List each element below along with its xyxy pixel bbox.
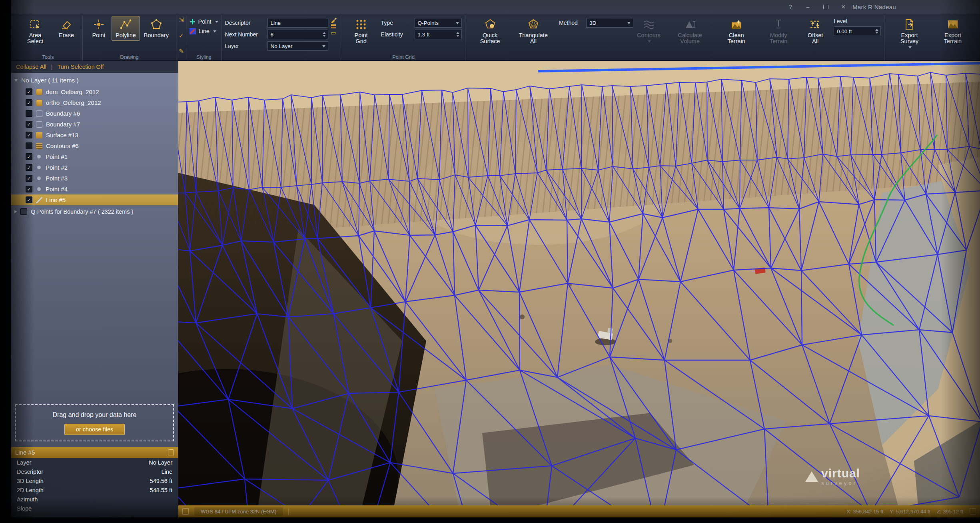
ribbon-toolbar: Area Select Erase Tools Point [11,14,980,61]
layer-group-header[interactable]: No Layer ( 11 items ) [11,74,178,86]
point-button[interactable]: Point [86,16,112,41]
layer-item[interactable]: Boundary #7 [11,119,178,130]
layer-item[interactable]: Boundary #6 [11,108,178,119]
checkbox[interactable] [26,153,32,160]
line-style-button[interactable]: Line [190,28,218,34]
layer-field[interactable]: No Layer [267,41,328,51]
descriptor-field[interactable]: Line [267,18,328,28]
checkbox[interactable] [20,208,27,215]
export-survey-button[interactable]: Export Survey [888,16,931,51]
offset-all-button[interactable]: Offset All [800,16,830,47]
status-bar: WGS 84 / UTM zone 32N (EGM) X: 356,842.1… [178,505,980,517]
layer-item[interactable]: Surface #13 [11,130,178,140]
calculate-volume-icon [684,18,696,30]
pin-panel-icon[interactable] [168,449,174,455]
terrain-viewport[interactable]: virtual surveyor [178,61,980,505]
quick-surface-button[interactable]: Quick Surface [469,16,512,47]
ribbon-group-styling: Point Line Styling [186,15,222,60]
quick-surface-icon [484,18,496,30]
triangulate-all-button[interactable]: Triangulate All [512,16,555,47]
chevron-down-icon [215,21,218,23]
turn-selection-off-link[interactable]: Turn Selection Off [58,64,104,70]
layer-item[interactable]: Point #3 [11,173,178,184]
clean-terrain-icon [731,18,742,30]
crs-icon[interactable] [182,508,189,515]
ribbon-group-tools: Area Select Erase Tools [14,15,83,60]
surface-icon [36,132,42,138]
modify-terrain-button[interactable]: Modify Terrain [757,16,800,47]
layer-tree: No Layer ( 11 items ) dem_Oelberg_2012 o… [11,73,178,218]
quick-draw-strip: ⇲ ✓ ✎ [176,15,187,60]
offset-all-icon [809,18,821,30]
ribbon-group-numbering: Descriptor Line Next Number 6 Layer No L… [222,15,342,60]
area-select-button[interactable]: Area Select [17,16,54,47]
clean-terrain-button[interactable]: Clean Terrain [716,16,757,47]
help-icon[interactable] [782,0,799,14]
checkbox[interactable] [26,164,32,171]
qpoints-group-row[interactable]: Q-Points for Boundary #7 ( 2322 items ) [11,205,178,218]
layer-item[interactable]: Point #2 [11,162,178,173]
collapse-all-link[interactable]: Collapse All [16,64,46,70]
calculate-volume-button[interactable]: Calculate Volume [664,16,716,47]
contours-button[interactable]: Contours [633,16,664,45]
triangulate-all-icon [527,18,539,30]
property-row: DescriptorLine [11,467,178,476]
maximize-button[interactable] [817,0,834,14]
property-row: Slope [11,504,178,513]
layer-item[interactable]: ortho_Oelberg_2012 [11,97,178,108]
checkbox[interactable] [26,99,32,106]
next-number-field[interactable]: 6 [267,30,328,39]
chevron-down-icon [648,40,651,42]
terrain-canvas [178,61,980,505]
layer-item-selected[interactable]: Line #5 [11,194,178,205]
brush-icon[interactable] [330,17,337,23]
checkbox[interactable] [26,142,32,149]
layer-item[interactable]: Point #1 [11,151,178,162]
sidebar-spacer [11,218,178,404]
layer-item[interactable]: Contours #6 [11,140,178,151]
export-survey-icon [904,18,916,30]
erase-button[interactable]: Erase [54,16,79,41]
minimize-button[interactable] [799,0,817,14]
level-field[interactable]: 0.00 ft [834,26,881,36]
type-field[interactable]: Q-Points [415,18,462,28]
chevron-down-icon [213,30,216,32]
ribbon-group-point-grid: Point Grid Type Q-Points Elasticity 1.3 … [342,15,465,60]
elasticity-field[interactable]: 1.3 ft [415,30,462,39]
check-icon[interactable]: ✓ [179,32,184,38]
ellipsis-icon[interactable]: ▭ [331,30,336,36]
export-terrain-icon [947,18,959,30]
checkbox[interactable] [26,186,32,192]
polyline-button[interactable]: Polyline [112,16,140,41]
checkbox[interactable] [26,196,32,203]
erase-icon [60,18,72,30]
boundary-button[interactable]: Boundary [140,16,173,41]
units-icon[interactable] [970,508,976,515]
close-button[interactable] [834,0,852,14]
layer-item[interactable]: dem_Oelberg_2012 [11,86,178,97]
dropzone-text: Drag and drop your data here [20,411,169,419]
pencil-icon[interactable]: ✎ [179,48,184,54]
checkbox[interactable] [26,121,32,128]
area-select-icon [29,18,41,30]
slope-arrow-icon[interactable]: ⇲ [179,17,184,23]
checkbox[interactable] [26,175,32,182]
layers-icon[interactable] [330,23,337,30]
cursor-y-readout: Y: 5,612,370.44 ft [890,509,930,515]
raster-layer-icon [36,89,42,95]
export-terrain-button[interactable]: Export Terrain [931,16,974,47]
point-style-button[interactable]: Point [190,18,218,25]
choose-files-button[interactable]: or choose files [64,424,125,435]
layers-toolbar: Collapse All | Turn Selection Off [11,61,178,73]
layer-item[interactable]: Point #4 [11,184,178,194]
point-grid-button[interactable]: Point Grid [345,16,377,47]
checkbox[interactable] [26,110,32,117]
caret-right-icon [14,210,17,213]
method-field[interactable]: 3D [586,18,633,28]
checkbox[interactable] [26,88,32,95]
chevron-down-icon [908,46,912,48]
checkbox[interactable] [26,132,32,138]
point-grid-icon [355,18,367,30]
boundary-icon [36,121,42,128]
dropzone[interactable]: Drag and drop your data here or choose f… [15,404,174,441]
